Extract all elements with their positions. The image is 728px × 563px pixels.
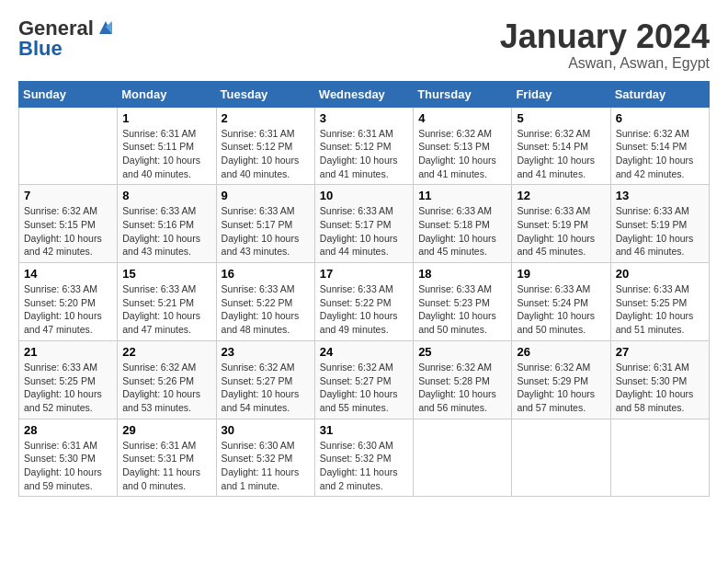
day-number: 26: [517, 345, 605, 359]
calendar-cell: 8Sunrise: 6:33 AMSunset: 5:16 PMDaylight…: [118, 185, 216, 263]
day-number: 22: [122, 345, 210, 359]
calendar-cell: 2Sunrise: 6:31 AMSunset: 5:12 PMDaylight…: [216, 107, 314, 185]
calendar-cell: 26Sunrise: 6:32 AMSunset: 5:29 PMDayligh…: [512, 340, 610, 419]
weekday-header-row: SundayMondayTuesdayWednesdayThursdayFrid…: [19, 81, 710, 107]
day-info: Sunrise: 6:33 AMSunset: 5:24 PMDaylight:…: [517, 282, 605, 337]
calendar-cell: 12Sunrise: 6:33 AMSunset: 5:19 PMDayligh…: [512, 185, 610, 263]
calendar-cell: 6Sunrise: 6:32 AMSunset: 5:14 PMDaylight…: [610, 107, 709, 185]
day-info: Sunrise: 6:31 AMSunset: 5:12 PMDaylight:…: [320, 127, 408, 181]
day-info: Sunrise: 6:33 AMSunset: 5:16 PMDaylight:…: [122, 204, 210, 259]
calendar-cell: [610, 419, 709, 497]
calendar-cell: 13Sunrise: 6:33 AMSunset: 5:19 PMDayligh…: [610, 185, 709, 263]
calendar-week-row: 21Sunrise: 6:33 AMSunset: 5:25 PMDayligh…: [19, 340, 710, 419]
calendar-cell: 3Sunrise: 6:31 AMSunset: 5:12 PMDaylight…: [314, 107, 413, 185]
day-number: 6: [616, 111, 704, 125]
calendar-body: 1Sunrise: 6:31 AMSunset: 5:11 PMDaylight…: [19, 107, 710, 497]
day-number: 27: [616, 345, 704, 359]
day-number: 10: [320, 189, 408, 202]
day-info: Sunrise: 6:33 AMSunset: 5:19 PMDaylight:…: [517, 204, 605, 259]
day-info: Sunrise: 6:33 AMSunset: 5:20 PMDaylight:…: [24, 282, 112, 337]
calendar-cell: 10Sunrise: 6:33 AMSunset: 5:17 PMDayligh…: [314, 185, 413, 263]
day-number: 28: [24, 423, 112, 437]
day-info: Sunrise: 6:33 AMSunset: 5:22 PMDaylight:…: [222, 282, 310, 337]
weekday-header-sunday: Sunday: [19, 81, 118, 107]
calendar-week-row: 14Sunrise: 6:33 AMSunset: 5:20 PMDayligh…: [19, 263, 710, 341]
day-number: 17: [320, 267, 408, 281]
day-info: Sunrise: 6:32 AMSunset: 5:29 PMDaylight:…: [517, 361, 605, 415]
calendar-cell: 5Sunrise: 6:32 AMSunset: 5:14 PMDaylight…: [512, 107, 610, 185]
weekday-header-thursday: Thursday: [414, 81, 512, 107]
day-info: Sunrise: 6:33 AMSunset: 5:19 PMDaylight:…: [616, 204, 704, 259]
day-number: 11: [418, 189, 506, 202]
day-info: Sunrise: 6:33 AMSunset: 5:21 PMDaylight:…: [122, 282, 210, 337]
day-info: Sunrise: 6:32 AMSunset: 5:27 PMDaylight:…: [222, 361, 310, 415]
location-title: Aswan, Aswan, Egypt: [500, 55, 710, 72]
weekday-header-saturday: Saturday: [610, 81, 709, 107]
day-info: Sunrise: 6:32 AMSunset: 5:15 PMDaylight:…: [24, 204, 112, 259]
weekday-header-wednesday: Wednesday: [314, 81, 413, 107]
day-info: Sunrise: 6:31 AMSunset: 5:11 PMDaylight:…: [122, 127, 210, 181]
weekday-header-friday: Friday: [512, 81, 610, 107]
day-number: 15: [122, 267, 210, 281]
calendar-cell: 25Sunrise: 6:32 AMSunset: 5:28 PMDayligh…: [414, 340, 512, 419]
calendar-cell: [414, 419, 512, 497]
calendar-cell: 24Sunrise: 6:32 AMSunset: 5:27 PMDayligh…: [314, 340, 413, 419]
day-number: 21: [24, 345, 112, 359]
calendar-cell: 20Sunrise: 6:33 AMSunset: 5:25 PMDayligh…: [610, 263, 709, 341]
day-info: Sunrise: 6:32 AMSunset: 5:27 PMDaylight:…: [320, 361, 408, 415]
logo-general-text: General: [18, 18, 94, 39]
day-info: Sunrise: 6:33 AMSunset: 5:22 PMDaylight:…: [320, 282, 408, 337]
calendar-cell: 18Sunrise: 6:33 AMSunset: 5:23 PMDayligh…: [414, 263, 512, 341]
calendar-cell: 1Sunrise: 6:31 AMSunset: 5:11 PMDaylight…: [118, 107, 216, 185]
day-info: Sunrise: 6:30 AMSunset: 5:32 PMDaylight:…: [320, 439, 408, 493]
day-info: Sunrise: 6:32 AMSunset: 5:13 PMDaylight:…: [418, 127, 506, 181]
day-info: Sunrise: 6:31 AMSunset: 5:30 PMDaylight:…: [616, 361, 704, 415]
day-number: 3: [320, 111, 408, 125]
day-info: Sunrise: 6:30 AMSunset: 5:32 PMDaylight:…: [222, 439, 310, 493]
day-info: Sunrise: 6:32 AMSunset: 5:14 PMDaylight:…: [616, 127, 704, 181]
day-info: Sunrise: 6:32 AMSunset: 5:14 PMDaylight:…: [517, 127, 605, 181]
calendar-cell: 14Sunrise: 6:33 AMSunset: 5:20 PMDayligh…: [19, 263, 118, 341]
day-info: Sunrise: 6:33 AMSunset: 5:25 PMDaylight:…: [616, 282, 704, 337]
calendar-cell: 7Sunrise: 6:32 AMSunset: 5:15 PMDaylight…: [19, 185, 118, 263]
day-number: 12: [517, 189, 605, 202]
calendar-cell: 17Sunrise: 6:33 AMSunset: 5:22 PMDayligh…: [314, 263, 413, 341]
day-info: Sunrise: 6:33 AMSunset: 5:23 PMDaylight:…: [418, 282, 506, 337]
day-info: Sunrise: 6:32 AMSunset: 5:26 PMDaylight:…: [122, 361, 210, 415]
day-info: Sunrise: 6:33 AMSunset: 5:17 PMDaylight:…: [320, 204, 408, 259]
day-number: 30: [222, 423, 310, 437]
calendar-cell: 11Sunrise: 6:33 AMSunset: 5:18 PMDayligh…: [414, 185, 512, 263]
calendar-table: SundayMondayTuesdayWednesdayThursdayFrid…: [18, 81, 710, 498]
calendar-cell: 19Sunrise: 6:33 AMSunset: 5:24 PMDayligh…: [512, 263, 610, 341]
day-number: 1: [122, 111, 210, 125]
day-number: 5: [517, 111, 605, 125]
day-info: Sunrise: 6:31 AMSunset: 5:31 PMDaylight:…: [122, 439, 210, 493]
calendar-week-row: 1Sunrise: 6:31 AMSunset: 5:11 PMDaylight…: [19, 107, 710, 185]
day-info: Sunrise: 6:32 AMSunset: 5:28 PMDaylight:…: [418, 361, 506, 415]
calendar-cell: 9Sunrise: 6:33 AMSunset: 5:17 PMDaylight…: [216, 185, 314, 263]
day-info: Sunrise: 6:31 AMSunset: 5:12 PMDaylight:…: [222, 127, 310, 181]
calendar-cell: 21Sunrise: 6:33 AMSunset: 5:25 PMDayligh…: [19, 340, 118, 419]
weekday-header-tuesday: Tuesday: [216, 81, 314, 107]
page-header: General Blue January 2024 Aswan, Aswan, …: [18, 18, 710, 72]
logo-icon: [96, 17, 116, 38]
day-info: Sunrise: 6:33 AMSunset: 5:17 PMDaylight:…: [222, 204, 310, 259]
day-number: 8: [122, 189, 210, 202]
calendar-week-row: 7Sunrise: 6:32 AMSunset: 5:15 PMDaylight…: [19, 185, 710, 263]
calendar-cell: 16Sunrise: 6:33 AMSunset: 5:22 PMDayligh…: [216, 263, 314, 341]
day-info: Sunrise: 6:33 AMSunset: 5:18 PMDaylight:…: [418, 204, 506, 259]
weekday-header-monday: Monday: [118, 81, 216, 107]
day-number: 25: [418, 345, 506, 359]
title-block: January 2024 Aswan, Aswan, Egypt: [500, 18, 710, 72]
day-number: 16: [222, 267, 310, 281]
day-number: 13: [616, 189, 704, 202]
day-number: 4: [418, 111, 506, 125]
calendar-cell: 4Sunrise: 6:32 AMSunset: 5:13 PMDaylight…: [414, 107, 512, 185]
day-number: 19: [517, 267, 605, 281]
month-title: January 2024: [500, 18, 710, 55]
calendar-week-row: 28Sunrise: 6:31 AMSunset: 5:30 PMDayligh…: [19, 419, 710, 497]
day-number: 18: [418, 267, 506, 281]
day-number: 2: [222, 111, 310, 125]
calendar-cell: 27Sunrise: 6:31 AMSunset: 5:30 PMDayligh…: [610, 340, 709, 419]
day-info: Sunrise: 6:31 AMSunset: 5:30 PMDaylight:…: [24, 439, 112, 493]
